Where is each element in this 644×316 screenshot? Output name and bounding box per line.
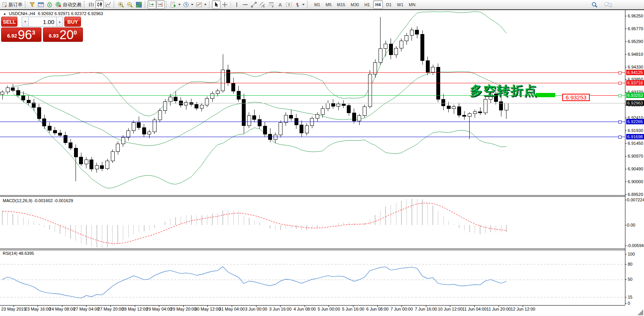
trendline-button[interactable] [250,0,258,9]
fibonacci-button[interactable]: F [267,0,276,9]
time-axis-label: 12 Jun 12:00 [506,307,540,311]
bar-chart-button[interactable] [87,0,95,9]
crosshair-button[interactable] [220,0,229,9]
macd-axis-label: -0.005942 [627,243,644,248]
cursor-button[interactable] [212,0,220,9]
volume-down-button[interactable]: ▼ [22,17,29,27]
tile-windows-button[interactable] [134,0,143,9]
rsi-axis-label: 50 [628,277,632,282]
price-tick-label: 6.90000 [628,179,643,184]
macd-axis-label: 0.007224 [627,198,644,202]
search-icon [591,2,598,8]
volume-up-button[interactable]: ▲ [56,17,63,27]
new-order-label: 新订单 [9,2,22,8]
resistance-price-badge: 6.93718 [626,80,644,86]
dropdown-caret-icon [204,4,207,5]
pivot-price-badge: 6.93253 [626,93,644,98]
timeframe-m30-button[interactable]: M30 [349,0,361,9]
text-label-button[interactable]: T [284,0,293,9]
line-chart-icon [105,2,111,8]
zoom-in-icon [118,2,124,8]
indicators-icon [170,2,176,8]
trendline-icon [251,2,257,8]
market-watch-button[interactable] [28,0,36,9]
clock-icon [183,2,189,8]
new-order-icon [2,2,7,7]
new-order-button[interactable]: 新订单 [1,0,24,9]
toolbar-grip [307,1,309,8]
cursor-icon [213,2,219,8]
chart-title: ▲ USDCNH-,H4 6.92692 6.92971 6.92372 6.9… [3,11,103,16]
svg-text:E: E [263,5,265,8]
scroll-corner[interactable] [637,309,643,315]
signals-button[interactable] [45,0,54,9]
indicators-button[interactable] [169,0,182,9]
support-price-badge: 6.91698 [626,134,644,139]
price-tick-label: 6.90490 [628,167,643,171]
sell-button[interactable]: SELL [1,17,17,27]
chart-windows-button[interactable] [36,0,45,9]
chart-window: ▲ USDCNH-,H4 6.92692 6.92971 6.92372 6.9… [0,10,644,315]
toolbar-separator [231,2,231,8]
auto-trading-label: 自动交易 [63,2,81,8]
zoom-in-button[interactable] [117,0,126,9]
funnel-icon [29,2,35,8]
auto-scroll-button[interactable] [148,0,156,9]
community-button[interactable] [603,0,614,9]
crosshair-icon [222,2,228,8]
text-label-icon: T [286,2,292,8]
svg-text:F: F [272,5,274,8]
chart-canvas[interactable] [0,10,644,315]
timeframe-h1-button[interactable]: H1 [362,0,372,9]
volume-input[interactable] [29,17,56,27]
buy-price-small: 6.93 [49,33,59,39]
auto-trading-globe-icon [55,2,62,8]
templates-button[interactable] [195,0,208,9]
timeframe-mn-button[interactable]: MN [407,0,417,9]
timeframe-m15-button[interactable]: M15 [335,0,347,9]
fibonacci-icon: F [268,2,275,8]
equidistant-channel-button[interactable]: E [258,0,267,9]
dropdown-caret-icon [178,4,181,5]
chart-window-icon [38,2,44,8]
candlestick-button[interactable] [95,0,104,9]
text-button[interactable]: A [276,0,284,9]
arrows-button[interactable] [293,0,306,9]
chart-shift-button[interactable] [156,0,165,9]
toolbar-grip [84,1,86,8]
chart-shift-icon [157,2,164,8]
resistance-price-badge: 6.94125 [626,70,644,75]
auto-scroll-icon [149,2,155,8]
chat-icon [604,2,613,8]
periods-button[interactable] [182,0,195,9]
zoom-out-button[interactable] [126,0,134,9]
search-button[interactable] [590,0,599,9]
timeframe-d1-button[interactable]: D1 [384,0,394,9]
price-tick-label: 6.95770 [628,26,643,31]
svg-text:T: T [288,3,290,7]
timeframe-w1-button[interactable]: W1 [395,0,406,9]
price-tick-label: 6.96250 [628,14,643,18]
rsi-axis-label: 80 [628,262,632,266]
timeframe-h4-button[interactable]: H4 [373,0,382,9]
buy-button[interactable]: BUY [64,17,81,27]
buy-price-tile[interactable]: 6.93 20 0 [43,27,83,42]
price-tick-label: 6.90970 [628,154,643,158]
horizontal-line-button[interactable] [241,0,250,9]
sell-price-small: 6.92 [7,33,17,39]
line-chart-button[interactable] [104,0,112,9]
timeframe-m1-button[interactable]: M1 [312,0,322,9]
candlestick-icon [96,2,103,8]
support-price-badge: 6.92265 [626,119,644,124]
timeframe-m5-button[interactable]: M5 [324,0,333,9]
rsi-axis-label: 0 [628,301,630,306]
sell-price-tile[interactable]: 6.92 96 3 [1,27,41,42]
rsi-label: RSI(14) 48.6395 [3,251,34,256]
toolbar-grip [25,1,27,8]
auto-trading-button[interactable]: 自动交易 [54,0,83,9]
channel-icon: E [259,2,266,8]
collapse-icon[interactable]: ▲ [3,12,6,15]
price-tick-label: 6.94330 [628,65,643,69]
macd-axis-label: 0.00 [627,223,635,227]
vertical-line-button[interactable] [232,0,241,9]
